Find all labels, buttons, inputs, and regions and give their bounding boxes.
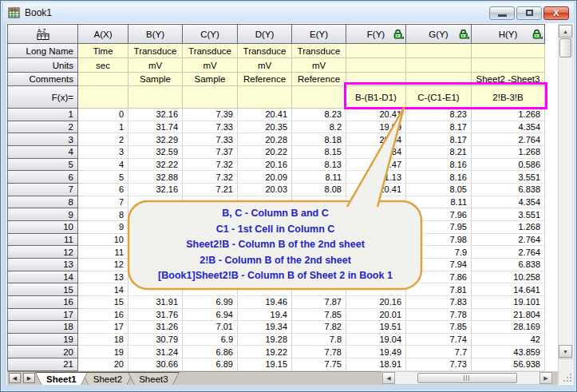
cell[interactable]: 14.641 <box>472 283 545 296</box>
cell[interactable]: 6.838 <box>472 259 545 271</box>
cell[interactable]: 20.54 <box>346 133 406 146</box>
column-header-a[interactable]: A(X) <box>78 24 128 44</box>
cell[interactable]: 7.85 <box>292 309 346 322</box>
cell[interactable]: 43.859 <box>472 346 545 358</box>
row-header-2[interactable]: 2 <box>7 121 78 134</box>
close-button[interactable]: X <box>543 6 569 20</box>
cell[interactable] <box>346 234 406 247</box>
cell[interactable]: 3 <box>78 146 128 159</box>
cell[interactable]: 8.2 <box>292 121 346 134</box>
cell[interactable]: 7.73 <box>406 358 472 371</box>
cell[interactable]: 7.01 <box>183 321 238 334</box>
row-header-long-name[interactable]: Long Name <box>7 44 78 58</box>
row-header-13[interactable]: 13 <box>7 259 78 271</box>
row-header-16[interactable]: 16 <box>7 296 78 309</box>
cell[interactable]: 7.87 <box>292 296 346 309</box>
cell[interactable]: 7.7 <box>406 346 472 358</box>
meta-cell[interactable]: Reference <box>292 73 346 86</box>
vertical-scrollbar[interactable]: ▲ ▼ <box>558 24 573 358</box>
meta-cell[interactable]: Sheet2 -Sheet3 <box>472 73 545 86</box>
cell[interactable]: 1 <box>78 121 128 134</box>
meta-cell[interactable] <box>406 73 472 86</box>
cell[interactable]: 20.01 <box>346 309 406 322</box>
row-header-19[interactable]: 19 <box>7 334 78 346</box>
cell[interactable]: 7 <box>78 196 128 209</box>
minimize-button[interactable] <box>489 6 515 20</box>
cell[interactable] <box>128 208 183 221</box>
scroll-left-button[interactable]: ◀ <box>382 372 395 384</box>
cell[interactable]: 2.764 <box>472 246 545 259</box>
cell[interactable]: 7.78 <box>292 346 346 358</box>
cell[interactable]: 8.17 <box>406 121 472 134</box>
meta-cell[interactable]: B-(B1-D1) <box>346 86 406 109</box>
cell[interactable]: 19.4 <box>238 309 292 322</box>
cell[interactable]: 21.804 <box>472 309 545 322</box>
cell[interactable]: 7.85 <box>406 321 472 334</box>
cell[interactable]: 2.764 <box>472 234 545 247</box>
cell[interactable] <box>238 271 292 284</box>
cell[interactable]: 31.91 <box>128 296 183 309</box>
cell[interactable] <box>292 283 346 296</box>
cell[interactable] <box>128 221 183 234</box>
cell[interactable] <box>183 283 238 296</box>
cell[interactable] <box>238 246 292 259</box>
cell[interactable]: 7.96 <box>406 208 472 221</box>
cell[interactable]: 32.16 <box>128 184 183 196</box>
cell[interactable] <box>238 208 292 221</box>
meta-cell[interactable] <box>78 86 128 109</box>
row-header-21[interactable]: 21 <box>7 358 78 371</box>
cell[interactable]: 28.169 <box>472 321 545 334</box>
cell[interactable]: 3.551 <box>472 171 545 184</box>
row-header-11[interactable]: 11 <box>7 234 78 247</box>
cell[interactable]: 8.11 <box>292 171 346 184</box>
meta-cell[interactable]: Transduce <box>183 44 238 58</box>
row-header-17[interactable]: 17 <box>7 309 78 322</box>
cell[interactable]: 19.99 <box>346 121 406 134</box>
cell[interactable] <box>346 196 406 209</box>
cell[interactable]: 7.74 <box>406 334 472 346</box>
cell[interactable]: 1.268 <box>472 146 545 159</box>
scroll-up-button[interactable]: ▲ <box>559 25 572 38</box>
row-header-1[interactable]: 1 <box>7 109 78 121</box>
cell[interactable]: 18 <box>78 334 128 346</box>
cell[interactable]: 19.22 <box>238 346 292 358</box>
cell[interactable]: 32.88 <box>128 171 183 184</box>
resize-corner[interactable] <box>558 358 574 384</box>
a-z-sort-icon[interactable]: A-Z <box>37 28 51 41</box>
cell[interactable]: 1.268 <box>472 221 545 234</box>
cell[interactable]: 19.101 <box>472 296 545 309</box>
meta-cell[interactable] <box>406 44 472 58</box>
meta-cell[interactable] <box>472 58 545 73</box>
cell[interactable]: 7.32 <box>183 159 238 172</box>
cell[interactable]: 21.13 <box>346 171 406 184</box>
cell[interactable]: 8.23 <box>406 109 472 121</box>
cell[interactable] <box>128 234 183 247</box>
cell[interactable]: 2 <box>78 133 128 146</box>
meta-cell[interactable] <box>406 58 472 73</box>
meta-cell[interactable]: C-(C1-E1) <box>406 86 472 109</box>
row-header-8[interactable]: 8 <box>7 196 78 209</box>
vertical-scroll-thumb[interactable] <box>559 38 571 57</box>
meta-cell[interactable]: mV <box>238 58 292 73</box>
meta-cell[interactable] <box>346 73 406 86</box>
column-header-f[interactable]: F(Y) <box>346 24 406 44</box>
cell[interactable]: 13 <box>78 271 128 284</box>
cell[interactable]: 7.81 <box>406 283 472 296</box>
cell[interactable]: 8.17 <box>406 133 472 146</box>
meta-cell[interactable]: Reference <box>238 73 292 86</box>
cell[interactable]: 32.29 <box>128 133 183 146</box>
cell[interactable]: 20.35 <box>238 121 292 134</box>
cell[interactable]: 7.86 <box>406 271 472 284</box>
cell[interactable]: 31.26 <box>128 321 183 334</box>
cell[interactable]: 20.16 <box>238 159 292 172</box>
cell[interactable]: 0.586 <box>472 159 545 172</box>
cell[interactable]: 6.99 <box>183 296 238 309</box>
column-header-h[interactable]: H(Y) <box>472 24 545 44</box>
cell[interactable] <box>183 246 238 259</box>
cell[interactable] <box>292 259 346 271</box>
column-header-g[interactable]: G(Y) <box>406 24 472 44</box>
cell[interactable]: 5 <box>78 171 128 184</box>
cell[interactable] <box>183 271 238 284</box>
cell[interactable]: 6.86 <box>183 346 238 358</box>
cell[interactable]: 8 <box>78 208 128 221</box>
